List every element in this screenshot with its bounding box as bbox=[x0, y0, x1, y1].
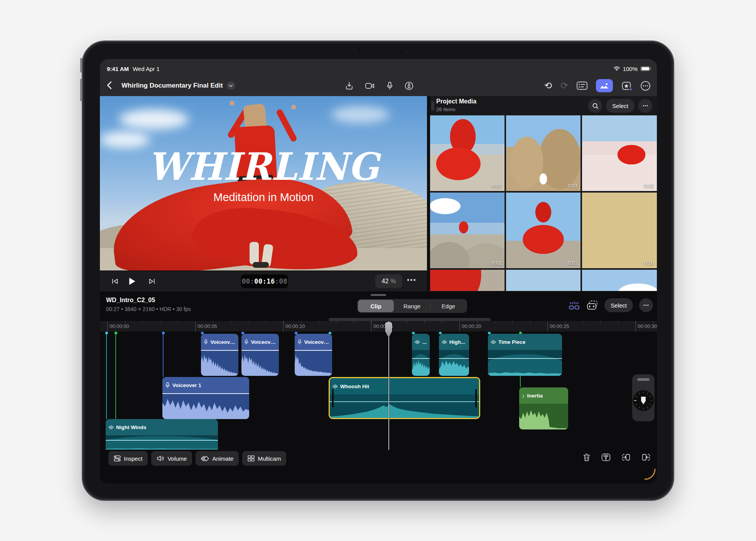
skip-to-end-button[interactable] bbox=[145, 275, 159, 288]
timeline-clip-high[interactable]: High... bbox=[439, 334, 469, 376]
media-thumbnail[interactable] bbox=[430, 270, 505, 291]
ellipsis-circle-icon bbox=[640, 81, 651, 91]
inspector-icon bbox=[114, 455, 121, 462]
battery-icon bbox=[640, 66, 650, 71]
import-icon bbox=[345, 81, 353, 90]
clip-connection-line bbox=[106, 331, 107, 419]
media-thumbnail[interactable]: 0:03 bbox=[506, 115, 580, 191]
timecode-display[interactable]: 00:00:16:08 bbox=[241, 274, 288, 288]
video-viewer[interactable]: WHIRLING Meditation in Motion bbox=[100, 96, 427, 270]
play-button[interactable] bbox=[125, 275, 138, 288]
project-title: Whirling Documentary Final Edit bbox=[122, 82, 223, 90]
timeline-clip-title: WD_Intro_C2_05 bbox=[106, 297, 155, 304]
timeline-clip-voiceover2[interactable]: Voiceover 2 bbox=[201, 334, 238, 376]
app-toolbar: Whirling Documentary Final Edit bbox=[100, 75, 657, 96]
timeline-more-button[interactable] bbox=[639, 298, 653, 312]
index-panel-button[interactable] bbox=[577, 81, 587, 90]
timeline-ruler[interactable]: 00:00:00 00:00:05 00:00:10 00:00:15 00:0… bbox=[100, 321, 657, 331]
delete-clip-button[interactable] bbox=[583, 453, 591, 463]
redo-button[interactable]: ⟳ bbox=[560, 81, 568, 90]
timeline-clip-voiceover1[interactable]: Voiceover 1 bbox=[162, 377, 249, 419]
playback-zoom-button[interactable]: 42 % bbox=[375, 274, 402, 288]
tab-edge[interactable]: Edge bbox=[430, 300, 466, 312]
edit-toolbar: Inspect Volume Animate Multicam bbox=[108, 451, 286, 466]
timeline-clip-inertia[interactable]: ♪Inertia bbox=[519, 387, 568, 429]
battery-percent: 100% bbox=[623, 66, 638, 72]
media-thumbnail[interactable]: 0:01 bbox=[506, 193, 580, 268]
multicam-button[interactable]: Multicam bbox=[242, 451, 286, 466]
timeline-clip-whoosh-hit-selected[interactable]: Whoosh Hit bbox=[329, 377, 480, 419]
top-chrome: 9:41 AM Wed Apr 1 100% Whirling Document… bbox=[100, 59, 657, 96]
trim-handle-left[interactable] bbox=[332, 389, 334, 407]
media-search-button[interactable] bbox=[588, 99, 602, 113]
timeline-clip-meta: 00:27 • 3840 × 2160 • HDR • 30 fps bbox=[106, 306, 191, 312]
pencil-tool-button[interactable] bbox=[405, 81, 413, 90]
effects-button[interactable] bbox=[621, 81, 632, 91]
record-voiceover-button[interactable] bbox=[386, 81, 393, 90]
record-video-button[interactable] bbox=[365, 82, 375, 90]
volume-button bbox=[80, 58, 82, 73]
jog-wheel-icon bbox=[632, 374, 655, 421]
microphone-icon bbox=[204, 339, 208, 345]
viewer-title-overlay: WHIRLING bbox=[100, 145, 427, 189]
viewer-subtitle-overlay: Meditation in Motion bbox=[100, 191, 427, 204]
timeline-panel: WD_Intro_C2_05 00:27 • 3840 × 2160 • HDR… bbox=[100, 291, 657, 484]
media-thumbnail[interactable]: 0:02 bbox=[430, 115, 505, 191]
timeline-clip-voiceover3[interactable]: Voiceover 3 bbox=[295, 334, 332, 376]
media-thumbnail[interactable] bbox=[582, 270, 657, 291]
pencil-icon bbox=[405, 81, 413, 90]
clip-connection-line bbox=[115, 331, 116, 419]
timeline-resize-handle[interactable] bbox=[371, 294, 386, 296]
waveform-icon bbox=[415, 340, 420, 345]
project-title-menu[interactable]: Whirling Documentary Final Edit bbox=[122, 81, 235, 90]
ipad-device-frame: 9:41 AM Wed Apr 1 100% Whirling Document… bbox=[82, 41, 674, 501]
insert-clip-button[interactable] bbox=[621, 453, 631, 463]
timeline-clip-sfx-small[interactable]: ... bbox=[412, 334, 430, 376]
tab-clip[interactable]: Clip bbox=[358, 300, 394, 312]
media-thumbnail[interactable]: 0:10 bbox=[582, 193, 657, 268]
overwrite-clip-button[interactable] bbox=[641, 453, 651, 463]
inspect-button[interactable]: Inspect bbox=[108, 451, 148, 466]
timeline-clip-voiceover2b[interactable]: Voiceover 2 bbox=[241, 334, 279, 376]
viewer-more-button[interactable]: ••• bbox=[407, 276, 417, 284]
trash-icon bbox=[583, 453, 591, 462]
media-select-button[interactable]: Select bbox=[606, 99, 634, 113]
clip-action-icons bbox=[583, 453, 651, 463]
tab-range[interactable]: Range bbox=[394, 300, 430, 312]
clip-connection-line bbox=[163, 331, 164, 377]
undo-button[interactable]: ⟲ bbox=[544, 81, 552, 90]
status-bar: 9:41 AM Wed Apr 1 100% bbox=[100, 59, 657, 75]
timeline-clip-timepiece[interactable]: Time Piece bbox=[488, 334, 562, 376]
playhead-handle[interactable] bbox=[385, 322, 392, 338]
media-thumbnail[interactable]: 0:02 bbox=[582, 115, 657, 191]
panel-drag-handle[interactable] bbox=[432, 101, 434, 110]
trim-handle-right[interactable] bbox=[475, 389, 477, 407]
media-item-count: 26 Items bbox=[436, 107, 456, 112]
chevron-down-icon bbox=[227, 81, 235, 90]
cloud bbox=[119, 109, 189, 129]
skip-to-start-button[interactable] bbox=[108, 275, 122, 288]
import-media-button[interactable] bbox=[345, 81, 353, 90]
magnetic-timeline-button[interactable] bbox=[568, 301, 580, 310]
timeline-clip-night-winds[interactable]: Night Winds bbox=[106, 419, 218, 450]
timeline-select-button[interactable]: Select bbox=[604, 298, 633, 312]
more-options-button[interactable] bbox=[640, 81, 651, 91]
split-clip-button[interactable] bbox=[601, 453, 611, 463]
chevron-left-icon bbox=[107, 81, 112, 90]
waveform-icon bbox=[442, 340, 447, 345]
media-more-button[interactable] bbox=[638, 99, 652, 113]
back-button[interactable] bbox=[107, 79, 118, 91]
waveform-icon bbox=[108, 425, 114, 430]
cloud bbox=[331, 106, 389, 123]
playhead-line[interactable] bbox=[388, 321, 389, 450]
connect-clip-button[interactable] bbox=[586, 300, 598, 310]
media-thumbnail[interactable] bbox=[506, 270, 580, 291]
animate-button[interactable]: Animate bbox=[196, 451, 239, 466]
media-thumbnail[interactable]: 0:02 bbox=[430, 193, 505, 268]
skip-forward-icon bbox=[148, 278, 155, 284]
volume-button[interactable]: Volume bbox=[151, 451, 192, 466]
music-note-icon: ♪ bbox=[522, 392, 525, 399]
media-browser-button[interactable] bbox=[596, 79, 613, 92]
clock: 9:41 AM bbox=[107, 66, 129, 72]
jog-wheel[interactable] bbox=[632, 374, 655, 421]
